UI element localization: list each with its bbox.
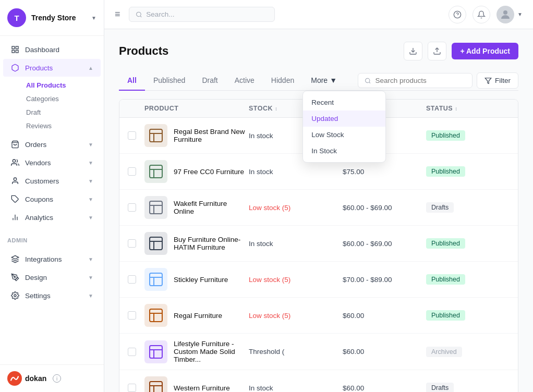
product-name: Lifestyle Furniture - Custom Made Solid … [174, 340, 249, 363]
filter-button[interactable]: Filter [477, 72, 518, 89]
table-row[interactable]: Lifestyle Furniture - Custom Made Solid … [119, 334, 518, 370]
status-badge: Drafts [426, 202, 454, 213]
svg-point-19 [503, 10, 507, 15]
dropdown-in-stock[interactable]: In Stock [303, 143, 385, 159]
tab-all[interactable]: All [119, 71, 145, 91]
notifications-button[interactable] [473, 6, 490, 23]
analytics-expand-icon: ▼ [88, 215, 93, 220]
row-checkbox[interactable] [128, 384, 136, 392]
tab-more[interactable]: More ▼ [302, 71, 345, 91]
topbar-search-bar[interactable] [129, 7, 275, 22]
help-button[interactable] [449, 6, 466, 23]
product-thumbnail [144, 124, 167, 147]
row-checkbox[interactable] [128, 167, 136, 176]
price-cell: $75.00 [343, 168, 426, 176]
dokan-logo: dokan [7, 371, 46, 386]
sidebar-item-design[interactable]: Design ▼ [3, 268, 101, 286]
stock-cell: Low stock (5) [249, 204, 343, 212]
bar-chart-icon [10, 213, 20, 222]
vendors-expand-icon: ▼ [88, 160, 93, 166]
dropdown-low-stock[interactable]: Low Stock [303, 127, 385, 143]
row-checkbox[interactable] [128, 348, 136, 356]
stock-cell: In stock [249, 240, 343, 248]
dropdown-updated[interactable]: Updated [303, 111, 385, 127]
table-row[interactable]: Wakefit Furniture Online Low stock (5) $… [119, 190, 518, 226]
sidebar-item-analytics[interactable]: Analytics ▼ [3, 209, 101, 226]
sidebar-item-orders[interactable]: Orders ▼ [3, 136, 101, 153]
store-header[interactable]: T Trendy Store ▼ [0, 0, 104, 36]
svg-rect-37 [150, 273, 162, 286]
header-actions: + Add Product [404, 42, 518, 60]
info-icon[interactable]: i [53, 374, 61, 383]
sidebar-item-vendors[interactable]: Vendors ▼ [3, 154, 101, 172]
menu-icon[interactable]: ≡ [115, 9, 120, 20]
tab-published[interactable]: Published [145, 71, 194, 91]
product-cell: Regal Furniture [144, 304, 249, 327]
product-cell: Wakefit Furniture Online [144, 196, 249, 219]
sidebar-item-customers[interactable]: Customers ▼ [3, 172, 101, 190]
layers-icon [10, 254, 20, 264]
admin-label: Admin [0, 231, 104, 246]
tab-hidden[interactable]: Hidden [263, 71, 302, 91]
sidebar-item-reviews[interactable]: Reviews [22, 119, 101, 132]
status-sort-icon: ↕ [455, 106, 458, 112]
svg-rect-43 [150, 346, 162, 358]
sidebar-item-integrations[interactable]: Integrations ▼ [3, 250, 101, 268]
products-search-field[interactable] [358, 73, 473, 88]
product-thumbnail [144, 340, 167, 363]
products-search-input[interactable] [375, 77, 466, 84]
product-cell: Lifestyle Furniture - Custom Made Solid … [144, 340, 249, 363]
tab-draft[interactable]: Draft [193, 71, 226, 91]
filter-icon [484, 77, 492, 84]
product-cell: Buy Furniture Online- HATIM Furniture [144, 232, 249, 255]
svg-rect-25 [150, 129, 162, 142]
stock-cell: Low stock (5) [249, 276, 343, 284]
svg-rect-2 [12, 50, 15, 53]
row-checkbox[interactable] [128, 311, 136, 320]
sidebar-item-coupons[interactable]: Coupons ▼ [3, 190, 101, 208]
store-chevron-icon: ▼ [91, 15, 96, 21]
add-product-button[interactable]: + Add Product [452, 43, 518, 59]
dokan-icon [7, 371, 22, 386]
svg-rect-0 [12, 46, 15, 49]
box-icon [10, 63, 20, 72]
design-expand-icon: ▼ [88, 275, 93, 280]
tab-active[interactable]: Active [226, 71, 263, 91]
row-checkbox[interactable] [128, 203, 136, 212]
dropdown-recent[interactable]: Recent [303, 94, 385, 111]
sidebar-item-settings[interactable]: Settings ▼ [3, 287, 101, 304]
product-thumbnail [144, 196, 167, 219]
status-cell: Published [426, 166, 510, 177]
svg-point-22 [366, 78, 370, 82]
svg-rect-3 [16, 50, 18, 53]
help-icon [453, 10, 462, 19]
download-button[interactable] [404, 42, 422, 60]
admin-nav-section: Integrations ▼ Design ▼ Settings ▼ [0, 246, 104, 309]
product-thumbnail [144, 232, 167, 255]
more-label: More [311, 76, 328, 84]
sidebar-item-draft[interactable]: Draft [22, 106, 101, 119]
tag-icon [10, 194, 20, 204]
stock-cell: Low stock (5) [249, 312, 343, 320]
more-dropdown-menu: Recent Updated Low Stock In Stock [302, 91, 386, 163]
table-row[interactable]: Stickley Furniture Low stock (5) $70.00 … [119, 262, 518, 298]
row-checkbox[interactable] [128, 239, 136, 248]
upload-button[interactable] [428, 42, 446, 60]
sidebar-item-categories[interactable]: Categories [22, 92, 101, 105]
row-checkbox[interactable] [128, 275, 136, 284]
topbar-search-input[interactable] [146, 10, 268, 18]
table-row[interactable]: Western Furniture In stock $60.00 Drafts [119, 370, 518, 392]
bell-icon [477, 10, 486, 19]
user-avatar-button[interactable]: ▼ [496, 6, 523, 23]
table-row[interactable]: Buy Furniture Online- HATIM Furniture In… [119, 226, 518, 262]
stock-cell: In stock [249, 168, 343, 176]
sidebar-item-products[interactable]: Products ▲ [3, 59, 101, 77]
row-checkbox[interactable] [128, 131, 136, 140]
status-badge: Published [426, 310, 465, 321]
settings-label: Settings [25, 292, 51, 300]
sidebar-item-all-products[interactable]: All Products [22, 79, 101, 92]
svg-point-15 [136, 12, 141, 17]
sidebar-item-dashboard[interactable]: Dashboard [3, 41, 101, 58]
table-row[interactable]: Regal Furniture Low stock (5) $60.00 Pub… [119, 298, 518, 334]
col-status[interactable]: STATUS ↕ [426, 105, 510, 112]
